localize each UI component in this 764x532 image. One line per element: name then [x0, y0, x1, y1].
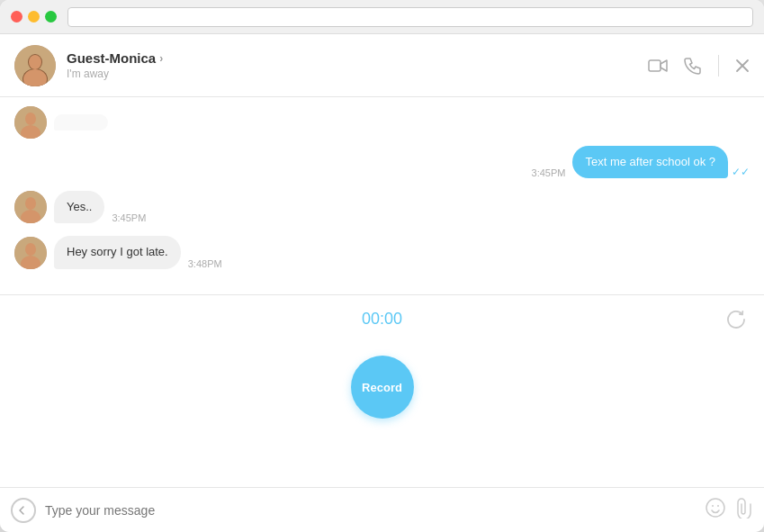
- message-text: Hey sorry I got late.: [67, 245, 168, 258]
- message-time: 3:45PM: [532, 167, 566, 178]
- svg-point-9: [25, 113, 36, 125]
- video-call-icon[interactable]: [648, 59, 668, 73]
- svg-rect-5: [649, 60, 661, 71]
- expand-button[interactable]: [11, 498, 36, 523]
- avatar: [14, 106, 47, 139]
- input-bar: [0, 487, 764, 532]
- header-actions: [648, 55, 750, 77]
- table-row: 3:45PM Text me after school ok ? ✓✓: [14, 146, 750, 178]
- message-time: 3:45PM: [112, 212, 146, 223]
- app-window: Guest-Monica › I'm away: [0, 0, 764, 532]
- incoming-bubble: Yes..: [54, 191, 104, 223]
- outgoing-bubble: Text me after school ok ?: [572, 146, 728, 178]
- table-row: Yes.. 3:45PM: [14, 191, 750, 223]
- minimize-traffic-light[interactable]: [28, 11, 40, 23]
- contact-name: Guest-Monica: [67, 50, 156, 66]
- close-traffic-light[interactable]: [11, 11, 22, 23]
- svg-point-18: [712, 505, 714, 507]
- chat-header: Guest-Monica › I'm away: [0, 34, 764, 97]
- close-chat-icon[interactable]: [735, 59, 750, 73]
- voice-timer: 00:00: [362, 310, 402, 329]
- svg-point-15: [25, 243, 36, 256]
- table-row: [14, 106, 750, 139]
- contact-status: I'm away: [67, 68, 648, 80]
- url-bar[interactable]: [67, 7, 753, 27]
- contact-name-row: Guest-Monica ›: [67, 50, 648, 66]
- message-text: Yes..: [67, 200, 92, 213]
- traffic-lights: [11, 11, 57, 23]
- table-row: Hey sorry I got late. 3:48PM: [14, 236, 750, 268]
- contact-info: Guest-Monica › I'm away: [67, 50, 648, 80]
- message-text: Text me after school ok ?: [585, 155, 715, 168]
- svg-point-19: [717, 505, 719, 507]
- svg-point-12: [25, 197, 36, 210]
- header-divider: [718, 55, 719, 77]
- svg-point-3: [29, 55, 41, 69]
- chat-body: 3:45PM Text me after school ok ? ✓✓ Yes.…: [0, 97, 764, 487]
- svg-point-17: [706, 499, 724, 517]
- attach-icon[interactable]: [735, 497, 753, 523]
- message-input[interactable]: [45, 503, 696, 518]
- read-ticks: ✓✓: [732, 166, 750, 178]
- emoji-icon[interactable]: [705, 497, 726, 524]
- avatar: [14, 191, 47, 223]
- partial-bubble: [54, 114, 108, 131]
- contact-avatar: [14, 45, 56, 86]
- voice-section: 00:00 Record: [0, 295, 764, 487]
- message-time: 3:48PM: [188, 258, 222, 269]
- avatar: [14, 237, 47, 269]
- maximize-traffic-light[interactable]: [45, 11, 57, 23]
- titlebar: [0, 0, 764, 34]
- chevron-icon: ›: [159, 52, 163, 65]
- messages-section: 3:45PM Text me after school ok ? ✓✓ Yes.…: [0, 97, 764, 295]
- incoming-bubble: Hey sorry I got late.: [54, 236, 181, 268]
- record-button[interactable]: Record: [351, 356, 414, 419]
- refresh-icon[interactable]: [726, 310, 746, 334]
- phone-call-icon[interactable]: [684, 57, 702, 75]
